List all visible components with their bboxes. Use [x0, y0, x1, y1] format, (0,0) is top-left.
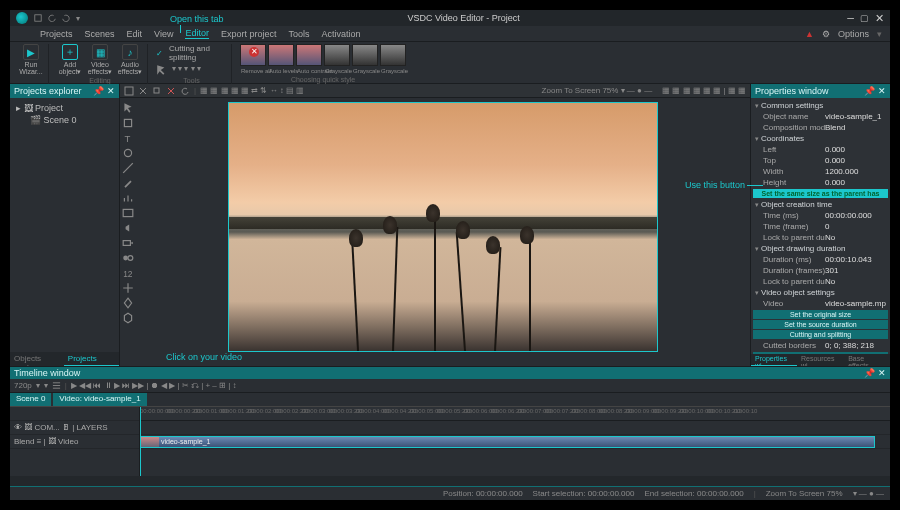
menu-editor[interactable]: Editor [185, 28, 209, 39]
btn-source-duration[interactable]: Set the source duration [753, 320, 888, 329]
qat-redo-icon[interactable] [62, 14, 70, 22]
prop-lock1[interactable]: No [825, 232, 886, 243]
track-layers[interactable] [140, 421, 890, 435]
btn-original-size[interactable]: Set the original size [753, 310, 888, 319]
cb-align-icons[interactable]: ▦ ▦ ▦ ▦ ▦ ⇄ ⇅ ↔ ↕ ▤ ▥ [200, 86, 304, 95]
menu-activation[interactable]: Activation [321, 29, 360, 39]
maximize-icon[interactable]: ▢ [860, 13, 869, 23]
prop-top[interactable]: 0.000 [825, 155, 886, 166]
options-label[interactable]: Options [838, 29, 869, 39]
menu-projects[interactable]: Projects [40, 29, 73, 39]
rtab-effects[interactable]: Base effects ... [844, 354, 890, 366]
prop-lock2[interactable]: No [825, 276, 886, 287]
vt-animation-icon[interactable] [122, 282, 134, 294]
close-icon[interactable]: ✕ [875, 12, 884, 25]
prop-composition[interactable]: Blend [825, 122, 886, 133]
track-video[interactable]: video-sample_1 [140, 435, 890, 449]
style-grayscale-2[interactable]: Grayscale [352, 44, 378, 66]
vt-image-icon[interactable] [122, 207, 134, 219]
sec-coord[interactable]: Coordinates [753, 133, 888, 144]
sec-vobj[interactable]: Video object settings [753, 287, 888, 298]
style-grayscale-1[interactable]: Grayscale [324, 44, 350, 66]
style-auto-contrast[interactable]: Auto contrast [296, 44, 322, 66]
vt-pointer-icon[interactable] [122, 102, 134, 114]
vt-audio-icon[interactable] [122, 222, 134, 234]
add-object-button[interactable]: ＋Add object▾ [57, 44, 83, 75]
timeline-close-icon[interactable]: 📌 ✕ [864, 368, 886, 378]
prop-left[interactable]: 0.000 [825, 144, 886, 155]
sec-creation[interactable]: Object creation time [753, 199, 888, 210]
menu-scenes[interactable]: Scenes [85, 29, 115, 39]
tree-scene[interactable]: 🎬 Scene 0 [16, 114, 113, 126]
tab-objects-explorer[interactable]: Objects explorer [10, 352, 64, 366]
style-auto-levels[interactable]: Auto levels [268, 44, 294, 66]
timeline-hscroll[interactable] [10, 476, 890, 486]
prop-height[interactable]: 0.000 [825, 177, 886, 188]
prop-video[interactable]: video-sample.mp4; ID= [825, 298, 886, 309]
canvas-area[interactable]: Click on your video [136, 98, 750, 366]
playhead[interactable] [140, 407, 141, 476]
tl-fps-dropdown[interactable]: ▾ [44, 381, 48, 390]
menu-tools[interactable]: Tools [288, 29, 309, 39]
menu-export[interactable]: Export project [221, 29, 277, 39]
audio-effects-button[interactable]: ♪Audio effects▾ [117, 44, 143, 75]
prop-dur-fr[interactable]: 301 [825, 265, 886, 276]
vt-video-icon[interactable] [122, 237, 134, 249]
cutting-splitting-checkbox[interactable]: Cutting and splitting [169, 44, 227, 62]
run-wizard-button[interactable]: ▶Run Wizar... [18, 44, 44, 75]
tl-tab-scene[interactable]: Scene 0 [10, 393, 51, 406]
tree-root[interactable]: ▸ 🖼 Project [16, 102, 113, 114]
status-zoom[interactable]: Zoom To Screen 75% [766, 489, 843, 498]
tl-row-layers[interactable]: 👁 🖼 COM... 🎚 | LAYERS [10, 421, 139, 435]
qat-undo-icon[interactable] [48, 14, 56, 22]
vt-3d-icon[interactable] [122, 312, 134, 324]
vt-line-icon[interactable] [122, 162, 134, 174]
prop-cutborders[interactable]: 0; 0; 388; 218 [825, 340, 886, 351]
tl-tab-video[interactable]: Video: video-sample_1 [53, 393, 146, 406]
zoom-value[interactable]: 75% [602, 86, 618, 95]
cb-copy-icon[interactable] [152, 86, 162, 96]
menu-view[interactable]: View [154, 29, 173, 39]
menu-edit[interactable]: Edit [127, 29, 143, 39]
style-grayscale-3[interactable]: Grayscale [380, 44, 406, 66]
panel-pin-icon[interactable]: 📌 ✕ [93, 86, 115, 96]
video-selection[interactable] [228, 102, 658, 352]
tl-res-dropdown[interactable]: 720p [14, 381, 32, 390]
prop-pin-icon[interactable]: 📌 ✕ [864, 86, 886, 96]
prop-time-ms[interactable]: 00:00:00.000 [825, 210, 886, 221]
rtab-properties[interactable]: Properties wi... [751, 354, 797, 366]
qat-save-icon[interactable] [34, 14, 42, 22]
prop-width[interactable]: 1200.000 [825, 166, 886, 177]
vt-marker-icon[interactable] [122, 297, 134, 309]
vt-shape-icon[interactable] [122, 147, 134, 159]
minimize-icon[interactable]: – [847, 11, 854, 25]
cb-new-icon[interactable] [124, 86, 134, 96]
video-clip[interactable]: video-sample_1 [140, 436, 875, 448]
cb-undo-icon[interactable] [180, 86, 190, 96]
cb-more-icons[interactable]: ▦ ▦ ▦ ▦ ▦ ▦ | ▦ ▦ [662, 86, 746, 95]
vt-pen-icon[interactable] [122, 177, 134, 189]
vt-counter-icon[interactable]: 12 [122, 267, 134, 279]
prop-dur-ms[interactable]: 00:00:10.043 [825, 254, 886, 265]
sec-common[interactable]: Common settings [753, 100, 888, 111]
options-gear-icon[interactable]: ⚙ [822, 29, 830, 39]
cb-delete-icon[interactable] [166, 86, 176, 96]
rtab-resources[interactable]: Resources wi... [797, 354, 844, 366]
sec-drawdur[interactable]: Object drawing duration [753, 243, 888, 254]
btn-cutting-splitting[interactable]: Cutting and splitting [753, 330, 888, 339]
style-remove-all[interactable]: ✕Remove all [240, 44, 266, 66]
tool-cursor-icon[interactable] [156, 64, 168, 76]
tl-playback-icons[interactable]: ▶ ◀◀ ⏮ ⏸ ▶ ⏭ ▶▶ | ⏺ ◀ ▶ | ✂ ⎌ | + – ⊞ | … [71, 381, 237, 390]
timeline-tracks[interactable]: 00:00:00:00000:00:00:23000:00:01:00000:0… [140, 407, 890, 476]
zoom-label[interactable]: Zoom To Screen [542, 86, 601, 95]
cb-cut-icon[interactable] [138, 86, 148, 96]
timeline-ruler[interactable]: 00:00:00:00000:00:00:23000:00:01:00000:0… [140, 407, 890, 421]
tl-align-icon[interactable] [52, 381, 61, 390]
vt-chart-icon[interactable] [122, 192, 134, 204]
vt-sprite-icon[interactable] [122, 252, 134, 264]
video-effects-button[interactable]: ▦Video effects▾ [87, 44, 113, 75]
prop-time-fr[interactable]: 0 [825, 221, 886, 232]
prop-object-name[interactable]: video-sample_1 [825, 111, 886, 122]
tab-projects-explorer[interactable]: Projects explorer [64, 352, 119, 366]
vt-text-icon[interactable]: T [122, 132, 134, 144]
